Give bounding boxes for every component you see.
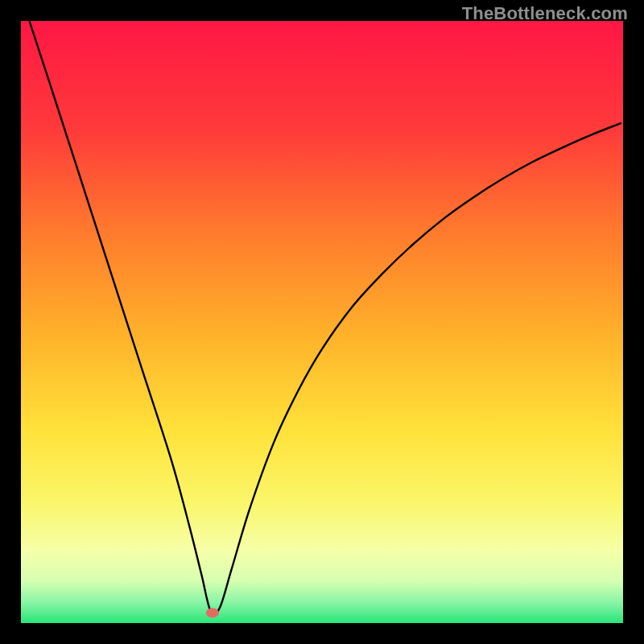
bottleneck-chart [0, 0, 644, 644]
plot-background [21, 21, 623, 623]
watermark-text: TheBottleneck.com [462, 3, 628, 24]
optimum-marker [206, 608, 219, 617]
chart-frame: TheBottleneck.com [0, 0, 644, 644]
